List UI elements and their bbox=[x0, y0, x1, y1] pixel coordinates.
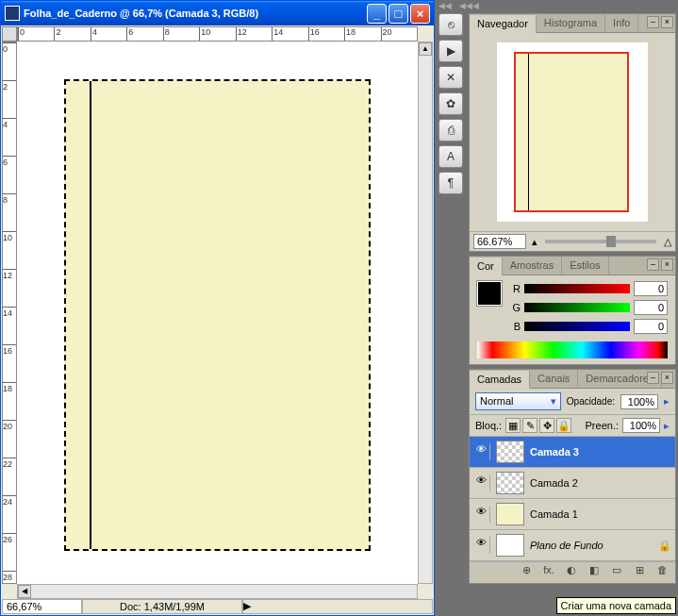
fill-flyout-icon[interactable]: ▸ bbox=[664, 420, 670, 432]
color-spectrum[interactable] bbox=[477, 341, 668, 358]
new-layer-icon[interactable]: ⊞ bbox=[630, 564, 649, 581]
tab-color[interactable]: Cor bbox=[470, 258, 503, 275]
opacity-input[interactable] bbox=[620, 394, 658, 409]
navigator-zoom-input[interactable] bbox=[473, 234, 526, 249]
visibility-eye-icon[interactable]: 👁 bbox=[473, 537, 490, 554]
ruler-origin[interactable] bbox=[2, 26, 17, 42]
zoom-in-icon[interactable]: △ bbox=[664, 236, 671, 248]
delete-layer-icon[interactable]: 🗑 bbox=[653, 564, 671, 581]
app-icon bbox=[5, 6, 20, 21]
layer-thumbnail[interactable] bbox=[496, 441, 524, 463]
navigator-zoom-slider[interactable] bbox=[545, 240, 656, 243]
panel-dock-strip: ◀◀ ◀◀◀ bbox=[435, 0, 678, 11]
layer-thumbnail[interactable] bbox=[496, 472, 524, 494]
navigator-preview[interactable] bbox=[497, 42, 648, 222]
opacity-flyout-icon[interactable]: ▸ bbox=[664, 395, 670, 408]
statusbar: 66,67% Doc: 1,43M/1,99M ▶ bbox=[2, 599, 433, 614]
status-zoom[interactable]: 66,67% bbox=[2, 599, 82, 614]
mini-tool-column: ⎋ ▶ ✕ ✿ ⎙ A ¶ bbox=[438, 13, 465, 198]
layers-panel: –× Camadas Canais Demarcadores Normal ▾ … bbox=[469, 369, 676, 584]
close-button[interactable]: × bbox=[410, 4, 430, 24]
tab-styles[interactable]: Estilos bbox=[562, 257, 608, 275]
tab-channels[interactable]: Canais bbox=[530, 370, 578, 388]
layer-name: Plano de Fundo bbox=[530, 540, 604, 551]
layer-item[interactable]: 👁 Camada 2 bbox=[470, 468, 675, 499]
scrollbar-horizontal[interactable]: ◀ bbox=[17, 584, 418, 599]
document-window: Folha_de_Caderno @ 66,7% (Camada 3, RGB/… bbox=[0, 0, 435, 616]
status-doc-size[interactable]: Doc: 1,43M/1,99M bbox=[82, 599, 242, 614]
tab-histogram[interactable]: Histograma bbox=[537, 14, 605, 32]
tab-info[interactable]: Info bbox=[605, 14, 638, 32]
navigator-panel: –× Navegador Histograma Info ▴ △ bbox=[469, 13, 676, 252]
layer-thumbnail[interactable] bbox=[496, 503, 524, 525]
dock-arrow-icon[interactable]: ◀◀ bbox=[438, 1, 452, 10]
input-g[interactable] bbox=[634, 300, 668, 315]
foreground-color-swatch[interactable] bbox=[477, 281, 502, 306]
layer-thumbnail[interactable] bbox=[496, 534, 524, 557]
dock-arrow-icon[interactable]: ◀◀◀ bbox=[459, 1, 479, 10]
tab-layers[interactable]: Camadas bbox=[470, 371, 530, 389]
fill-input[interactable] bbox=[622, 418, 660, 433]
link-layers-icon[interactable]: ⊕ bbox=[517, 564, 536, 581]
blend-mode-select[interactable]: Normal ▾ bbox=[475, 392, 561, 410]
status-rest: ▶ bbox=[242, 599, 433, 614]
layer-name: Camada 2 bbox=[530, 477, 578, 489]
maximize-button[interactable]: □ bbox=[389, 4, 408, 24]
panel-area: ◀◀ ◀◀◀ ⎋ ▶ ✕ ✿ ⎙ A ¶ –× Navegador Histog… bbox=[435, 0, 678, 616]
lock-position-icon[interactable]: ✥ bbox=[539, 418, 554, 433]
ruler-vertical[interactable]: 0 2 4 6 8 10 12 14 16 18 20 22 24 26 28 bbox=[2, 42, 17, 584]
layer-item[interactable]: 👁 Plano de Fundo 🔒 bbox=[470, 530, 675, 561]
tool-button-4[interactable]: ✿ bbox=[438, 92, 463, 115]
tool-button-7[interactable]: ¶ bbox=[438, 172, 463, 194]
input-b[interactable] bbox=[634, 319, 668, 334]
layer-name: Camada 3 bbox=[530, 446, 579, 458]
tool-button-6[interactable]: A bbox=[438, 145, 463, 168]
color-panel: –× Cor Amostras Estilos R G bbox=[469, 256, 676, 365]
input-r[interactable] bbox=[634, 281, 668, 296]
layers-footer: ⊕ fx. ◐ ◧ ▭ ⊞ 🗑 bbox=[470, 561, 675, 583]
slider-g[interactable] bbox=[524, 303, 630, 312]
panel-minimize-icon[interactable]: – bbox=[647, 372, 659, 384]
chevron-down-icon: ▾ bbox=[551, 395, 556, 408]
artwork-paper bbox=[64, 79, 371, 551]
visibility-eye-icon[interactable]: 👁 bbox=[473, 443, 490, 460]
tool-button-1[interactable]: ⎋ bbox=[438, 13, 463, 36]
panel-minimize-icon[interactable]: – bbox=[647, 258, 659, 271]
window-title: Folha_de_Caderno @ 66,7% (Camada 3, RGB/… bbox=[24, 8, 367, 19]
fill-label: Preen.: bbox=[586, 420, 619, 431]
navigator-viewport-box[interactable] bbox=[514, 52, 629, 212]
ruler-horizontal[interactable]: 0 2 4 6 8 10 12 14 16 18 20 bbox=[17, 26, 418, 42]
panel-close-icon[interactable]: × bbox=[661, 372, 673, 384]
panel-close-icon[interactable]: × bbox=[661, 16, 673, 28]
new-group-icon[interactable]: ▭ bbox=[607, 564, 626, 581]
lock-all-icon[interactable]: 🔒 bbox=[556, 418, 571, 433]
tool-button-2[interactable]: ▶ bbox=[438, 40, 463, 62]
channel-label-g: G bbox=[509, 302, 521, 313]
panel-close-icon[interactable]: × bbox=[661, 258, 673, 271]
tool-button-5[interactable]: ⎙ bbox=[438, 119, 463, 142]
canvas[interactable] bbox=[17, 42, 418, 584]
layer-item[interactable]: 👁 Camada 3 bbox=[470, 437, 675, 468]
tab-navigator[interactable]: Navegador bbox=[470, 15, 537, 33]
panel-minimize-icon[interactable]: – bbox=[647, 16, 659, 28]
slider-b[interactable] bbox=[524, 322, 630, 331]
scrollbar-vertical[interactable]: ▲ bbox=[418, 42, 433, 584]
adjustment-layer-icon[interactable]: ◧ bbox=[585, 564, 604, 581]
layer-name: Camada 1 bbox=[530, 508, 578, 520]
layer-mask-icon[interactable]: ◐ bbox=[562, 564, 581, 581]
minimize-button[interactable]: _ bbox=[367, 4, 387, 24]
lock-transparency-icon[interactable]: ▦ bbox=[505, 418, 521, 433]
slider-r[interactable] bbox=[524, 284, 630, 293]
tool-button-3[interactable]: ✕ bbox=[438, 66, 463, 89]
titlebar[interactable]: Folha_de_Caderno @ 66,7% (Camada 3, RGB/… bbox=[1, 1, 434, 25]
scroll-left-button[interactable]: ◀ bbox=[18, 585, 31, 598]
visibility-eye-icon[interactable]: 👁 bbox=[473, 474, 490, 491]
tab-swatches[interactable]: Amostras bbox=[503, 257, 562, 275]
lock-paint-icon[interactable]: ✎ bbox=[522, 418, 537, 433]
layer-fx-icon[interactable]: fx. bbox=[539, 564, 558, 581]
artwork-margin-line bbox=[90, 81, 91, 549]
visibility-eye-icon[interactable]: 👁 bbox=[473, 506, 490, 523]
zoom-out-icon[interactable]: ▴ bbox=[532, 236, 537, 248]
scroll-up-button[interactable]: ▲ bbox=[419, 42, 432, 56]
layer-item[interactable]: 👁 Camada 1 bbox=[470, 499, 675, 530]
